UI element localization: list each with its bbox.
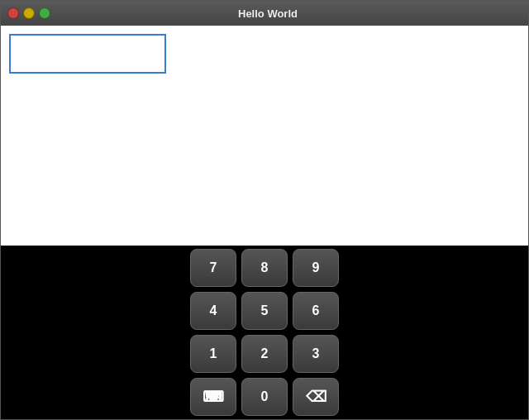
keyboard-icon [203, 388, 224, 406]
backspace-button[interactable] [293, 378, 339, 416]
upper-area [1, 26, 528, 246]
key-0[interactable]: 0 [241, 378, 288, 416]
key-2[interactable]: 2 [241, 335, 288, 373]
key-8[interactable]: 8 [241, 249, 288, 287]
numpad: 7 8 9 4 5 6 1 2 3 0 [190, 249, 339, 416]
window-title: Hello World [55, 7, 480, 20]
maximize-button[interactable] [39, 7, 50, 19]
minimize-button[interactable] [23, 7, 35, 19]
main-window: Hello World 7 8 9 4 5 6 1 2 3 [0, 0, 529, 420]
key-1[interactable]: 1 [190, 335, 236, 373]
titlebar: Hello World [1, 1, 528, 26]
key-7[interactable]: 7 [190, 249, 236, 287]
window-controls [7, 7, 50, 19]
close-button[interactable] [7, 7, 19, 19]
backspace-icon [306, 388, 326, 406]
main-input[interactable] [9, 34, 166, 74]
key-9[interactable]: 9 [293, 249, 339, 287]
key-3[interactable]: 3 [293, 335, 339, 373]
key-6[interactable]: 6 [293, 292, 339, 330]
numpad-area: 7 8 9 4 5 6 1 2 3 0 [1, 246, 528, 419]
key-4[interactable]: 4 [190, 292, 236, 330]
keyboard-button[interactable] [190, 378, 236, 416]
key-5[interactable]: 5 [241, 292, 288, 330]
window-content: 7 8 9 4 5 6 1 2 3 0 [1, 26, 528, 419]
